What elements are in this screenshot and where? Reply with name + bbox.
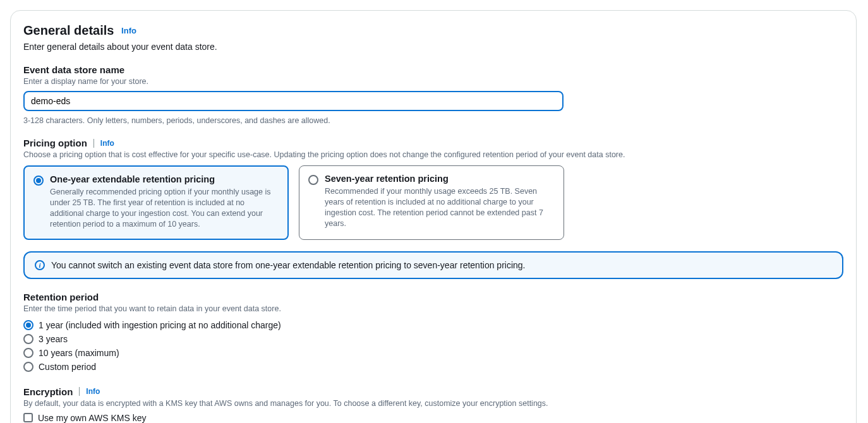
pricing-option-desc: Recommended if your monthly usage exceed… <box>325 186 555 229</box>
general-details-panel: General details Info Enter general detai… <box>10 10 857 423</box>
encryption-hint: By default, your data is encrypted with … <box>23 399 843 408</box>
alert-text: You cannot switch an existing event data… <box>51 260 525 270</box>
pricing-label: Pricing option <box>23 138 87 148</box>
retention-options: 1 year (included with ingestion pricing … <box>23 318 843 374</box>
pricing-option-one-year[interactable]: One-year extendable retention pricing Ge… <box>23 165 289 240</box>
retention-hint: Enter the time period that you want to r… <box>23 304 843 313</box>
retention-option-custom[interactable]: Custom period <box>23 360 843 374</box>
retention-label: Retention period <box>23 292 843 302</box>
divider <box>79 387 80 396</box>
retention-option-label: 3 years <box>39 334 68 344</box>
divider <box>93 139 94 148</box>
radio-icon <box>23 348 33 358</box>
panel-header: General details Info Enter general detai… <box>23 23 843 52</box>
name-field-label: Event data store name <box>23 64 843 75</box>
info-link-encryption[interactable]: Info <box>86 387 100 396</box>
info-link-pricing[interactable]: Info <box>100 139 114 148</box>
pricing-option-title: One-year extendable retention pricing <box>50 174 279 184</box>
pricing-hint: Choose a pricing option that is cost eff… <box>23 150 843 159</box>
radio-icon <box>23 362 33 372</box>
retention-option-label: 1 year (included with ingestion pricing … <box>39 320 281 330</box>
radio-icon <box>23 320 33 330</box>
radio-icon <box>308 175 318 185</box>
info-icon: i <box>35 260 45 270</box>
name-field-group: Event data store name Enter a display na… <box>23 64 843 125</box>
retention-option-10years[interactable]: 10 years (maximum) <box>23 346 843 360</box>
pricing-alert: i You cannot switch an existing event da… <box>23 251 843 279</box>
pricing-option-title: Seven-year retention pricing <box>325 174 555 184</box>
panel-subtitle: Enter general details about your event d… <box>23 42 843 52</box>
radio-icon <box>33 176 44 186</box>
panel-title: General details <box>23 23 114 37</box>
use-own-kms-key-checkbox[interactable]: Use my own AWS KMS key <box>23 413 843 423</box>
name-field-hint: Enter a display name for your store. <box>23 77 843 86</box>
retention-option-3years[interactable]: 3 years <box>23 332 843 346</box>
info-link-general[interactable]: Info <box>121 26 136 35</box>
retention-option-label: 10 years (maximum) <box>39 348 119 358</box>
event-data-store-name-input[interactable] <box>23 91 564 111</box>
pricing-field-group: Pricing option Info Choose a pricing opt… <box>23 138 843 279</box>
retention-field-group: Retention period Enter the time period t… <box>23 292 843 374</box>
checkbox-icon <box>23 413 33 422</box>
name-field-constraint: 3-128 characters. Only letters, numbers,… <box>23 116 843 125</box>
radio-icon <box>23 334 33 344</box>
checkbox-label: Use my own AWS KMS key <box>38 413 146 423</box>
encryption-field-group: Encryption Info By default, your data is… <box>23 386 843 423</box>
encryption-label: Encryption <box>23 386 73 397</box>
pricing-options-row: One-year extendable retention pricing Ge… <box>23 165 843 240</box>
retention-option-label: Custom period <box>39 362 96 372</box>
pricing-option-desc: Generally recommended pricing option if … <box>50 187 279 230</box>
retention-option-1year[interactable]: 1 year (included with ingestion pricing … <box>23 318 843 332</box>
pricing-option-seven-year[interactable]: Seven-year retention pricing Recommended… <box>299 165 564 240</box>
